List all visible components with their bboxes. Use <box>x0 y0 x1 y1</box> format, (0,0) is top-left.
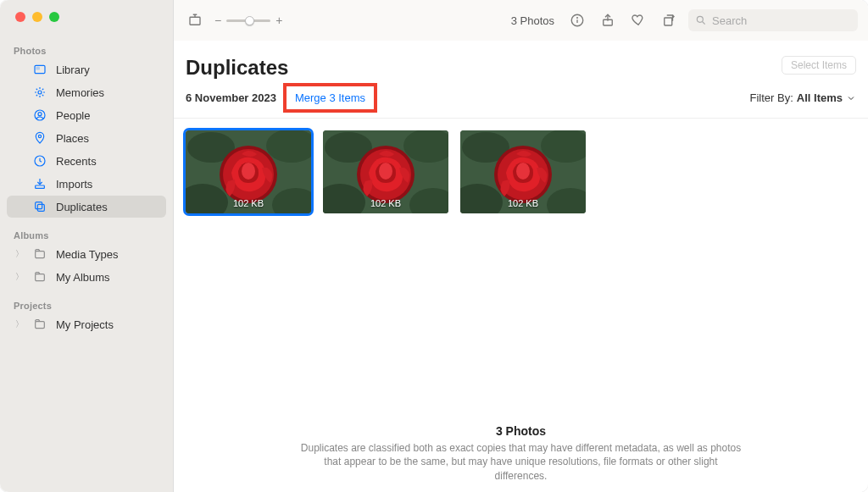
svg-point-13 <box>38 135 41 137</box>
people-icon <box>32 108 47 123</box>
footer: 3 Photos Duplicates are classified both … <box>174 424 868 484</box>
merge-highlight: Merge 3 Items <box>283 83 377 113</box>
svg-rect-15 <box>36 185 45 188</box>
folder-icon <box>32 246 47 262</box>
aspect-button[interactable] <box>184 9 206 31</box>
memories-icon <box>32 85 47 100</box>
svg-rect-17 <box>36 202 42 209</box>
info-button[interactable] <box>566 9 588 31</box>
svg-rect-20 <box>36 322 45 329</box>
imports-icon <box>32 176 47 191</box>
file-size: 102 KB <box>323 198 448 208</box>
recents-icon <box>32 153 47 169</box>
svg-line-30 <box>703 22 705 25</box>
duplicates-icon <box>32 199 47 214</box>
zoom-in-icon: + <box>275 14 282 27</box>
file-size: 102 KB <box>186 198 311 208</box>
search-icon <box>695 14 707 26</box>
search-input[interactable]: Search <box>688 9 858 31</box>
svg-rect-9 <box>36 67 39 69</box>
folder-icon <box>32 269 47 285</box>
svg-point-10 <box>38 91 42 94</box>
sidebar: PhotosLibraryMemoriesPeoplePlacesRecents… <box>0 0 174 492</box>
sidebar-item-my-projects[interactable]: 〉My Projects <box>7 313 166 335</box>
sidebar-item-people[interactable]: People <box>7 104 166 126</box>
favorite-button[interactable] <box>627 9 649 31</box>
library-icon <box>32 62 47 77</box>
toolbar: − + 3 Photos Search <box>174 0 868 41</box>
sidebar-item-media-types[interactable]: 〉Media Types <box>7 243 166 265</box>
group-date: 6 November 2023 <box>186 91 276 104</box>
footer-heading: 3 Photos <box>225 424 817 438</box>
page-title: Duplicates <box>186 56 288 80</box>
chevron-right-icon: 〉 <box>15 318 24 330</box>
sidebar-item-label: My Albums <box>56 271 158 284</box>
close-window-button[interactable] <box>15 12 25 22</box>
svg-rect-28 <box>665 18 672 25</box>
sidebar-item-label: People <box>56 109 158 122</box>
places-icon <box>32 130 47 146</box>
sidebar-item-imports[interactable]: Imports <box>7 173 166 195</box>
sidebar-section-label: Projects <box>0 297 173 312</box>
sidebar-item-label: Media Types <box>56 248 158 261</box>
sidebar-item-label: Memories <box>56 86 158 99</box>
svg-point-26 <box>577 18 578 19</box>
sidebar-item-label: Duplicates <box>56 201 158 213</box>
svg-point-12 <box>38 113 42 116</box>
sidebar-item-library[interactable]: Library <box>7 58 166 80</box>
file-size: 102 KB <box>460 198 586 208</box>
sidebar-item-recents[interactable]: Recents <box>7 150 166 172</box>
svg-point-29 <box>697 16 703 22</box>
share-button[interactable] <box>597 9 619 31</box>
sidebar-item-label: Places <box>56 132 158 145</box>
sidebar-item-label: Recents <box>56 155 158 168</box>
maximize-window-button[interactable] <box>49 12 59 22</box>
main: − + 3 Photos Search Duplicates Select It… <box>174 0 868 492</box>
sidebar-item-my-albums[interactable]: 〉My Albums <box>7 266 166 288</box>
zoom-slider[interactable]: − + <box>214 14 282 27</box>
sidebar-item-label: Library <box>56 64 158 76</box>
search-placeholder: Search <box>712 14 747 27</box>
content: Duplicates Select Items 6 November 2023 … <box>174 41 868 492</box>
sidebar-item-label: Imports <box>56 178 158 191</box>
sidebar-item-label: My Projects <box>56 318 158 331</box>
folder-icon <box>32 317 47 332</box>
svg-rect-19 <box>36 274 45 281</box>
sidebar-section-label: Photos <box>0 42 173 58</box>
window-controls <box>0 12 173 22</box>
rotate-button[interactable] <box>658 9 680 31</box>
chevron-down-icon <box>846 93 856 103</box>
svg-rect-16 <box>37 204 44 211</box>
filter-label: Filter By: <box>750 91 793 104</box>
sidebar-item-memories[interactable]: Memories <box>7 81 166 103</box>
merge-link[interactable]: Merge 3 Items <box>295 91 365 104</box>
sidebar-section-label: Albums <box>0 227 173 242</box>
sidebar-item-places[interactable]: Places <box>7 127 166 149</box>
filter-dropdown[interactable]: Filter By: All Items <box>750 91 856 104</box>
filter-value: All Items <box>797 91 843 104</box>
footer-body: Duplicates are classified both as exact … <box>301 441 742 484</box>
sidebar-item-duplicates[interactable]: Duplicates <box>7 196 166 218</box>
photo-thumbnail[interactable]: 102 KB <box>186 130 311 213</box>
thumbnail-row: 102 KB102 KB102 KB <box>174 119 868 225</box>
svg-rect-21 <box>190 17 200 25</box>
chevron-right-icon: 〉 <box>15 248 24 260</box>
zoom-out-icon: − <box>214 14 221 27</box>
select-items-button[interactable]: Select Items <box>782 56 856 75</box>
photo-thumbnail[interactable]: 102 KB <box>323 130 448 213</box>
chevron-right-icon: 〉 <box>15 271 24 283</box>
photo-thumbnail[interactable]: 102 KB <box>460 130 586 213</box>
photo-count: 3 Photos <box>511 14 554 27</box>
minimize-window-button[interactable] <box>32 12 42 22</box>
svg-rect-18 <box>36 252 45 258</box>
